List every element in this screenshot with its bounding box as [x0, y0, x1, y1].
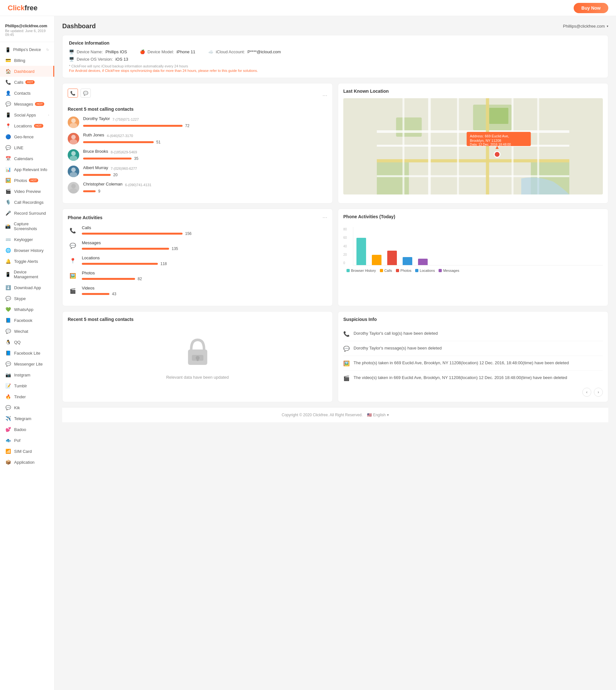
nav-icon-dashboard: 🏠 — [5, 69, 11, 74]
nav-icon-line: 💬 — [5, 145, 11, 150]
header-user-email: Phillips@clickfree.com — [563, 24, 605, 28]
activity-info: Photos 82 — [82, 271, 327, 281]
contact-count: 35 — [134, 156, 138, 161]
icloud-value: P****@icloud.com — [247, 49, 281, 54]
suspicious-info-title: Suspicious Info — [343, 317, 377, 322]
sidebar-device[interactable]: 📱 Phillips's Device ↻ — [0, 45, 54, 55]
phone-activities-title: Phone Activities — [68, 215, 102, 220]
nav-badge-messages: HOT — [35, 102, 44, 106]
nav-label-kik: Kik — [14, 405, 20, 410]
sidebar-item-wechat[interactable]: 💬 Wechat — [0, 326, 54, 337]
suspicious-item: 🎬 The video(s) taken in 669 Euclid Ave, … — [343, 371, 603, 385]
sidebar-item-tumblr[interactable]: 📝 Tumblr — [0, 380, 54, 391]
recent-calling-menu[interactable]: ··· — [323, 92, 327, 99]
sidebar-item-capture-screenshots[interactable]: 📸 Capture Screenshots — [0, 219, 54, 234]
sidebar-update-time: Be updated: June 6, 2019 09:45 — [5, 29, 49, 37]
nav-label-pof: Pof — [14, 438, 21, 443]
sidebar-item-instagram[interactable]: 📷 Instgram — [0, 369, 54, 380]
contact-bar-wrap: 51 — [83, 140, 327, 145]
icloud-item: ☁️ iCloud Account: P****@icloud.com — [208, 49, 281, 54]
nav-icon-tumblr: 📝 — [5, 383, 11, 388]
sidebar-item-locations[interactable]: 📍 Locations HOT — [0, 120, 54, 131]
buy-now-button[interactable]: Buy Now — [574, 3, 608, 13]
logo[interactable]: Clickfree — [8, 4, 38, 12]
activity-bar — [82, 293, 109, 295]
phone-activities-menu[interactable]: ··· — [323, 214, 327, 221]
sidebar-item-badoo[interactable]: 💕 Badoo — [0, 424, 54, 435]
nav-label-badoo: Badoo — [14, 427, 26, 432]
nav-icon-skype: 💬 — [5, 296, 11, 301]
sidebar-item-geo-fence[interactable]: 🔵 Geo-fence — [0, 131, 54, 142]
sidebar-item-messages[interactable]: 💬 Messages HOT — [0, 99, 54, 109]
sidebar-item-social-apps[interactable]: 📱 Social Apps › — [0, 109, 54, 120]
suspicious-icon: 🖼️ — [343, 360, 350, 367]
nav-icon-locations: 📍 — [5, 123, 11, 128]
chart-bar — [356, 238, 366, 265]
sidebar-item-telegram[interactable]: ✈️ Telegram — [0, 413, 54, 424]
pagination: ‹ › — [343, 388, 603, 397]
sidebar-item-application[interactable]: 📦 Application — [0, 457, 54, 468]
tab-phone[interactable]: 📞 — [68, 89, 78, 98]
sidebar-item-whatsapp[interactable]: 💚 WhatsApp — [0, 304, 54, 315]
contact-name: Dorothy Taylor — [83, 116, 110, 121]
lang-chevron: ▾ — [387, 413, 389, 417]
sidebar-item-sim-card[interactable]: 📶 SIM Card — [0, 446, 54, 457]
activity-icon: 🎬 — [68, 288, 78, 294]
pagination-prev[interactable]: ‹ — [582, 388, 591, 397]
page-title: Dashboard — [62, 22, 95, 30]
sidebar-item-dashboard[interactable]: 🏠 Dashboard — [0, 66, 54, 77]
sidebar-item-calendars[interactable]: 📅 Calendars — [0, 153, 54, 164]
nav-icon-kik: 💬 — [5, 405, 11, 410]
sidebar-item-keylogger[interactable]: ⌨️ Keylogger — [0, 234, 54, 245]
nav-label-application: Application — [14, 460, 35, 465]
suspicious-info-card: Suspicious Info 📞 Dorothy Taylor's call … — [338, 311, 608, 402]
sidebar-item-messenger-lite[interactable]: 💬 Messenger Lite — [0, 359, 54, 369]
sidebar-item-toggle-alerts[interactable]: 🔔 Toggle Alerts — [0, 256, 54, 267]
sidebar-item-photos[interactable]: 🖼️ Photos HOT — [0, 175, 54, 186]
sidebar-item-facebook[interactable]: 📘 Facebook — [0, 315, 54, 326]
recent-calling-header: 📞 💬 ··· — [68, 89, 327, 102]
sync-note: * ClickFree will sync iCloud backup info… — [69, 64, 601, 68]
nav-label-social-apps: Social Apps — [14, 113, 36, 117]
contact-phone: 7-(026)960-6277 — [111, 167, 137, 170]
pagination-next[interactable]: › — [594, 388, 603, 397]
sidebar-item-kik[interactable]: 💬 Kik — [0, 402, 54, 413]
sidebar-item-browser-history[interactable]: 🌐 Browser History — [0, 245, 54, 256]
nav-icon-device-management: 📱 — [5, 272, 10, 277]
chart-container: 80 60 40 20 0 Browser HistoryCallsPhotos… — [343, 224, 603, 276]
sidebar-item-video-preview[interactable]: 🎬 Video Preview — [0, 186, 54, 197]
sidebar-item-tinder[interactable]: 🔥 Tinder — [0, 391, 54, 402]
sidebar-item-download-app[interactable]: ⬇️ Download App — [0, 282, 54, 293]
tab-message[interactable]: 💬 — [81, 89, 91, 98]
sidebar-item-billing[interactable]: 💳 Billing — [0, 55, 54, 66]
sidebar-item-pof[interactable]: 🐟 Pof — [0, 435, 54, 446]
svg-text:Address: 669 Euclid Ave,: Address: 669 Euclid Ave, — [470, 134, 509, 138]
sidebar-item-qq[interactable]: 🐧 QQ — [0, 337, 54, 348]
nav-label-whatsapp: WhatsApp — [14, 307, 34, 312]
nav-icon-calendars: 📅 — [5, 156, 11, 161]
footer-language[interactable]: 🇺🇸 English ▾ — [367, 413, 389, 417]
nav-icon-tinder: 🔥 — [5, 394, 11, 399]
sidebar-item-facebook-lite[interactable]: 📘 Facebook Lite — [0, 348, 54, 359]
svg-text:Data: 12 Dec. 2016  18:48:00: Data: 12 Dec. 2016 18:48:00 — [470, 143, 511, 146]
activity-count: 118 — [160, 262, 167, 266]
sidebar-item-skype[interactable]: 💬 Skype — [0, 293, 54, 304]
svg-point-1 — [70, 123, 77, 128]
sidebar-item-record-surround[interactable]: 🎤 Record Surround — [0, 208, 54, 219]
activity-bar — [82, 263, 158, 265]
sync-link[interactable]: For Android devices, if ClickFree stops … — [69, 69, 601, 72]
sidebar-item-line[interactable]: 💬 LINE — [0, 142, 54, 153]
sidebar-item-device-management[interactable]: 📱 Device Management — [0, 267, 54, 282]
sidebar-item-app-relevant[interactable]: 📊 App Relevant Info — [0, 164, 54, 175]
activity-label: Locations — [82, 256, 327, 260]
nav-icon-wechat: 💬 — [5, 329, 11, 334]
sidebar-item-calls[interactable]: 📞 Calls HOT — [0, 77, 54, 88]
contact-bar — [83, 174, 111, 176]
sidebar-item-contacts[interactable]: 👤 Contacts — [0, 88, 54, 99]
nav-icon-record-surround: 🎤 — [5, 211, 11, 216]
sidebar-item-call-recordings[interactable]: 🎙️ Call Recordings — [0, 197, 54, 208]
suspicious-text: The photo(s) taken in 669 Euclid Ave, Br… — [354, 360, 569, 366]
nav-icon-toggle-alerts: 🔔 — [5, 259, 11, 264]
user-dropdown[interactable]: Phillips@clickfree.com ▾ — [563, 24, 608, 28]
svg-rect-20 — [403, 98, 404, 194]
